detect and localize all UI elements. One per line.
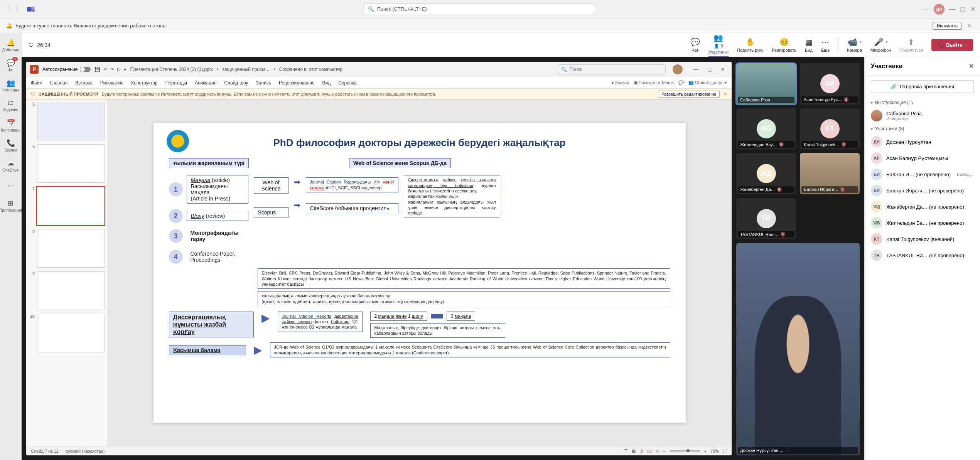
redo-icon[interactable]: ↷	[110, 67, 114, 72]
ribbon-transitions[interactable]: Переходы	[165, 79, 187, 87]
forward-icon[interactable]: 〉	[15, 5, 22, 13]
ppt-search[interactable]: 🔍Поиск	[558, 64, 666, 74]
back-icon[interactable]: 〈	[5, 5, 11, 13]
rail-onedrive[interactable]: ☁OneDrive	[0, 156, 22, 175]
record-tool[interactable]: ● Запись	[611, 80, 629, 85]
thumbnail[interactable]: 6	[29, 144, 105, 183]
view-button[interactable]: ▦Вид	[805, 37, 813, 52]
minimize-icon[interactable]: —	[949, 6, 955, 13]
thumbnail[interactable]: 8	[29, 229, 105, 268]
participant-row[interactable]: TRTASTANKUL Ra… (не проверено)	[865, 247, 980, 263]
ribbon-design[interactable]: Конструктор	[131, 79, 157, 87]
ribbon-draw[interactable]: Рисование	[100, 79, 123, 87]
qat-dropdown-icon[interactable]: ▾	[124, 67, 126, 72]
reading-view-icon[interactable]: 📖	[647, 448, 652, 453]
participant-row[interactable]: ЖБЖилгельдин Ба… (не проверено)	[865, 215, 980, 231]
thumbnail-active[interactable]: 7	[29, 187, 105, 225]
autosave-toggle[interactable]: Автосохранение	[42, 67, 91, 72]
raise-hand-button[interactable]: ✋Поднять руку	[737, 37, 763, 52]
zoom-in-icon[interactable]: +	[704, 449, 707, 453]
participant-row[interactable]: БИБалжан Ибраги… (не проверено)	[865, 182, 980, 199]
present-teams-tool[interactable]: ▣ Показать в Teams	[634, 80, 674, 85]
presenters-section[interactable]: ▾Выступающие (1)	[865, 98, 980, 108]
participant-row[interactable]: Сабирова РозаИнициатор	[865, 108, 980, 124]
ribbon-record[interactable]: Запись	[256, 79, 271, 87]
ppt-user-avatar[interactable]	[673, 64, 683, 74]
rail-assignments[interactable]: 🗂Задания	[0, 96, 22, 115]
video-tile[interactable]: Сабирова Роза	[736, 63, 796, 104]
more-icon[interactable]: ⋯	[923, 5, 929, 13]
close-icon[interactable]: ✕	[718, 65, 728, 74]
participant-row[interactable]: АРАсан Балнұр Рүстемқызы	[865, 150, 980, 166]
video-tile[interactable]: КТKanat Tuigynbek…🔇	[800, 108, 860, 150]
ribbon-file[interactable]: Файл	[31, 79, 42, 87]
leave-button[interactable]: 📞Выйти▾	[931, 39, 973, 51]
enable-editing-button[interactable]: Разрешить редактирование	[658, 91, 720, 98]
video-tile[interactable]: АРАсан Балнұр Рус…🔇	[800, 63, 860, 104]
zoom-level[interactable]: 76%	[710, 449, 719, 453]
thumbnail[interactable]: 9	[29, 271, 105, 310]
react-button[interactable]: 😊Реагировать	[772, 37, 796, 52]
slide-canvas[interactable]: PhD философия докторы дәрежесін берудегі…	[107, 99, 732, 446]
slideshow-icon[interactable]: ▷	[117, 67, 121, 72]
maximize-icon[interactable]: ▢	[704, 65, 715, 74]
ribbon-view[interactable]: Вид	[322, 79, 331, 87]
normal-view-icon[interactable]: ▦	[632, 448, 636, 453]
rail-calls[interactable]: 📞Звонки	[0, 136, 22, 155]
ribbon-review[interactable]: Рецензирование	[279, 79, 315, 87]
user-avatar[interactable]: ДН	[934, 4, 945, 15]
chevron-down-icon[interactable]: ▾	[965, 43, 967, 47]
rail-chat[interactable]: 💬1Чат	[0, 56, 22, 75]
camera-button[interactable]: 📹▾Камера	[847, 37, 862, 52]
rail-teams[interactable]: 👥Команды	[0, 76, 22, 95]
participant-row[interactable]: КТKanat Tuigynbekov (внешний)	[865, 231, 980, 247]
undo-icon[interactable]: ↶	[103, 67, 107, 72]
chevron-down-icon[interactable]: ▾	[860, 40, 862, 44]
thumbnail[interactable]: 5	[29, 102, 105, 140]
more-button[interactable]: ⋯Еще	[821, 37, 830, 52]
rail-activity[interactable]: 🔔Действие	[0, 35, 22, 55]
people-button[interactable]: 👥👤 8Участники	[708, 33, 729, 57]
slideshow-view-icon[interactable]: ▷	[656, 448, 659, 453]
participant-row[interactable]: БИБалжан И… (не проверено)Выход…	[865, 166, 980, 182]
close-icon[interactable]: ✕	[970, 5, 975, 13]
language-indicator[interactable]: русский (Казахстан)	[66, 449, 105, 453]
invite-button[interactable]: 🔗Отправка приглашения	[871, 80, 974, 93]
video-tile[interactable]: ЖБЖилгельдин Бау…🔇	[736, 108, 796, 150]
rail-more[interactable]: ⋯	[0, 176, 22, 195]
close-bar-icon[interactable]: ✕	[724, 91, 727, 96]
ribbon-slideshow[interactable]: Слайд-шоу	[224, 79, 248, 87]
dismiss-notification-icon[interactable]: ✕	[965, 23, 974, 29]
maximize-icon[interactable]: ▢	[960, 5, 966, 13]
share-button[interactable]: ⬆Поделиться	[899, 37, 923, 52]
global-search[interactable]: 🔍 Поиск (CTRL+ALT+E)	[364, 3, 595, 15]
comments-icon[interactable]: 💬	[678, 80, 684, 85]
save-icon[interactable]: 💾	[94, 67, 100, 72]
notes-icon[interactable]: ☰	[624, 448, 628, 453]
minimize-icon[interactable]: —	[690, 65, 701, 74]
participants-section[interactable]: ▾Участники (8)	[865, 124, 980, 134]
ribbon-home[interactable]: Главная	[50, 79, 68, 87]
video-tile[interactable]: ЖДЖанаберген Да…🔇	[736, 153, 796, 194]
slide-thumbnails[interactable]: 5 6 7 8 9 10	[26, 99, 107, 446]
fit-icon[interactable]: ⛶	[723, 449, 727, 453]
rail-calendar[interactable]: 📅Календарь	[0, 116, 22, 135]
rail-apps[interactable]: ⊞Приложения	[0, 196, 22, 215]
mic-button[interactable]: 🎤▾Микрофон	[870, 37, 891, 52]
close-panel-icon[interactable]: ✕	[969, 62, 974, 70]
ribbon-help[interactable]: Справка	[338, 79, 356, 87]
chevron-down-icon[interactable]: ▾	[886, 40, 888, 44]
sorter-view-icon[interactable]: ⊞	[639, 448, 643, 453]
enable-notifications-button[interactable]: Включить	[933, 22, 962, 30]
toggle-icon[interactable]	[80, 67, 91, 72]
zoom-out-icon[interactable]: −	[663, 449, 665, 453]
ribbon-insert[interactable]: Вставка	[75, 79, 93, 87]
chat-button[interactable]: 💬Чат	[690, 37, 700, 52]
share-tool[interactable]: 👥 Общий доступ ▾	[688, 80, 727, 85]
ribbon-animations[interactable]: Анимация	[195, 79, 216, 87]
participant-row[interactable]: ЖДЖанаберген Да… (не проверено)	[865, 199, 980, 215]
participant-row[interactable]: ДНДосжан Нұрсұлтан	[865, 134, 980, 150]
more-icon[interactable]: ⋯	[785, 448, 789, 453]
zoom-slider[interactable]	[670, 450, 700, 452]
thumbnail[interactable]: 10	[29, 314, 105, 352]
